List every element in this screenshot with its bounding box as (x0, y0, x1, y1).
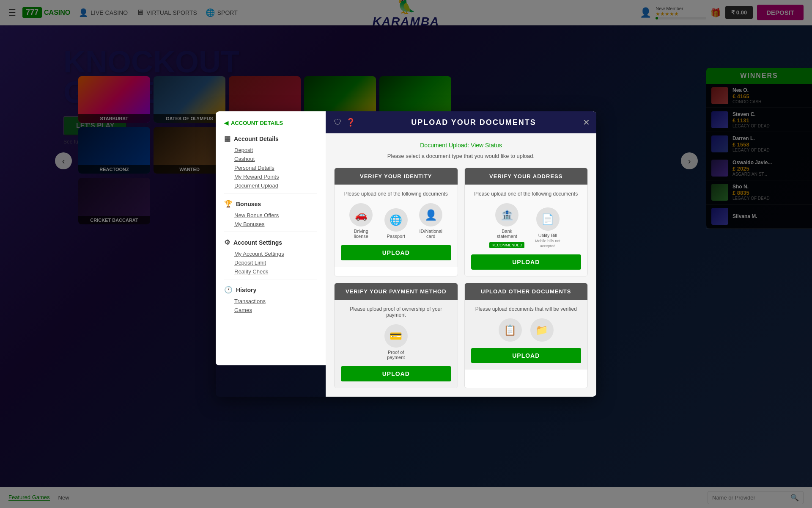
doc-card-payment: VERIFY YOUR PAYMENT METHOD Please upload… (334, 283, 458, 388)
bank-statement-icon: 🏦 (495, 203, 518, 226)
sidebar-link-personal-details[interactable]: Personal Details (234, 165, 317, 171)
bonuses-label: Bonuses (236, 201, 261, 207)
passport-item[interactable]: 🌐 Passport (384, 208, 408, 239)
sidebar-section-account: ▦ Account Details (224, 135, 317, 143)
sidebar-link-deposit[interactable]: Deposit (234, 147, 317, 153)
sidebar-link-reality-check[interactable]: Reality Check (234, 268, 317, 275)
bonuses-icon: 🏆 (224, 200, 233, 208)
document-cards-grid: VERIFY YOUR IDENTITY Please upload one o… (334, 168, 588, 388)
driving-license-item[interactable]: 🚗 Driving license (346, 203, 376, 239)
identity-upload-button[interactable]: UPLOAD (341, 245, 451, 260)
address-card-desc: Please upload one of the following docum… (471, 191, 582, 197)
help-icon[interactable]: ❓ (346, 118, 355, 127)
modal-overlay: ◀ ACCOUNT DETAILS ▦ Account Details Depo… (0, 0, 812, 508)
other-card-header: UPLOAD OTHER DOCUMENTS (465, 283, 588, 300)
national-card-label: ID/National card (416, 229, 446, 239)
sidebar-link-reward-points[interactable]: My Reward Points (234, 174, 317, 180)
proof-of-payment-item[interactable]: 💳 Proof of payment (381, 324, 411, 360)
sidebar-link-my-bonuses[interactable]: My Bonuses (234, 221, 317, 227)
other-doc-item-1[interactable]: 📋 (499, 318, 522, 342)
bank-statement-item[interactable]: 🏦 Bank statement RECOMMENDED (489, 203, 524, 248)
sidebar-back-label: ACCOUNT DETAILS (231, 120, 283, 126)
payment-card-desc: Please upload proof of ownership of your… (341, 306, 451, 318)
proof-of-payment-icon: 💳 (384, 324, 408, 348)
sidebar-back-button[interactable]: ◀ ACCOUNT DETAILS (224, 120, 317, 126)
sidebar-section-settings: ⚙ Account Settings (224, 238, 317, 246)
settings-icon: ⚙ (224, 238, 230, 246)
driving-license-icon: 🚗 (349, 203, 373, 226)
other-doc-icon-2: 📁 (530, 318, 554, 342)
address-upload-button[interactable]: UPLOAD (471, 254, 582, 270)
sidebar-link-cashout[interactable]: Cashout (234, 156, 317, 162)
other-icons-row: 📋 📁 (471, 318, 582, 342)
utility-bill-item[interactable]: 📄 Utility BillMobile bills not accepted (533, 207, 562, 248)
modal-header-icons: 🛡 ❓ (334, 118, 355, 127)
modal-title: UPLOAD YOUR DOCUMENTS (359, 118, 588, 127)
sidebar-link-deposit-limit[interactable]: Deposit Limit (234, 260, 317, 266)
sidebar-section-bonuses: 🏆 Bonuses (224, 200, 317, 208)
sidebar-link-transactions[interactable]: Transactions (234, 298, 317, 304)
utility-bill-icon: 📄 (536, 207, 560, 231)
identity-card-desc: Please upload one of the following docum… (341, 191, 451, 197)
account-settings-label: Account Settings (233, 239, 282, 246)
shield-icon: 🛡 (334, 118, 342, 127)
sidebar-link-account-settings[interactable]: My Account Settings (234, 251, 317, 257)
payment-card-header: VERIFY YOUR PAYMENT METHOD (335, 283, 458, 300)
bank-statement-label: Bank statement (492, 229, 522, 239)
account-icon: ▦ (224, 135, 230, 143)
identity-card-body: Please upload one of the following docum… (335, 185, 458, 267)
doc-card-other: UPLOAD OTHER DOCUMENTS Please upload doc… (464, 283, 588, 388)
other-doc-item-2[interactable]: 📁 (530, 318, 554, 342)
sidebar: ◀ ACCOUNT DETAILS ▦ Account Details Depo… (216, 111, 326, 365)
other-card-desc: Please upload documents that will be ver… (471, 306, 582, 312)
address-card-body: Please upload one of the following docum… (465, 185, 588, 276)
account-details-label: Account Details (234, 135, 279, 142)
identity-icons-row: 🚗 Driving license 🌐 Passport 👤 ID/Natio (341, 203, 451, 239)
modal-container: ◀ ACCOUNT DETAILS ▦ Account Details Depo… (216, 111, 596, 397)
modal-main: 🛡 ❓ UPLOAD YOUR DOCUMENTS ✕ Document Upl… (326, 111, 596, 397)
identity-card-header: VERIFY YOUR IDENTITY (335, 168, 458, 185)
sidebar-section-history: 🕐 History (224, 286, 317, 294)
proof-of-payment-label: Proof of payment (381, 350, 411, 360)
recommended-badge: RECOMMENDED (489, 242, 524, 248)
address-card-header: VERIFY YOUR ADDRESS (465, 168, 588, 185)
other-doc-icon-1: 📋 (499, 318, 522, 342)
history-label: History (236, 287, 256, 293)
modal-close-button[interactable]: ✕ (583, 118, 590, 127)
document-upload-status-link[interactable]: Document Upload: View Status (334, 142, 588, 149)
modal-select-desc: Please select a document type that you w… (334, 153, 588, 159)
sidebar-link-games[interactable]: Games (234, 307, 317, 313)
payment-icons-row: 💳 Proof of payment (341, 324, 451, 360)
doc-card-address: VERIFY YOUR ADDRESS Please upload one of… (464, 168, 588, 276)
address-icons-row: 🏦 Bank statement RECOMMENDED 📄 Utility B… (471, 203, 582, 248)
modal-header: 🛡 ❓ UPLOAD YOUR DOCUMENTS ✕ (326, 111, 596, 133)
sidebar-link-new-bonus[interactable]: New Bonus Offers (234, 212, 317, 218)
other-card-body: Please upload documents that will be ver… (465, 300, 588, 370)
other-upload-button[interactable]: UPLOAD (471, 348, 582, 363)
national-card-item[interactable]: 👤 ID/National card (416, 203, 446, 239)
utility-bill-label: Utility BillMobile bills not accepted (533, 233, 562, 248)
history-icon: 🕐 (224, 286, 233, 294)
payment-card-body: Please upload proof of ownership of your… (335, 300, 458, 388)
sidebar-link-document-upload[interactable]: Document Upload (234, 182, 317, 189)
national-card-icon: 👤 (419, 203, 442, 226)
back-arrow-icon: ◀ (224, 120, 228, 126)
doc-card-identity: VERIFY YOUR IDENTITY Please upload one o… (334, 168, 458, 276)
payment-upload-button[interactable]: UPLOAD (341, 366, 451, 381)
modal-body: Document Upload: View Status Please sele… (326, 133, 596, 397)
passport-icon: 🌐 (384, 208, 408, 232)
passport-label: Passport (387, 234, 405, 239)
driving-license-label: Driving license (346, 229, 376, 239)
